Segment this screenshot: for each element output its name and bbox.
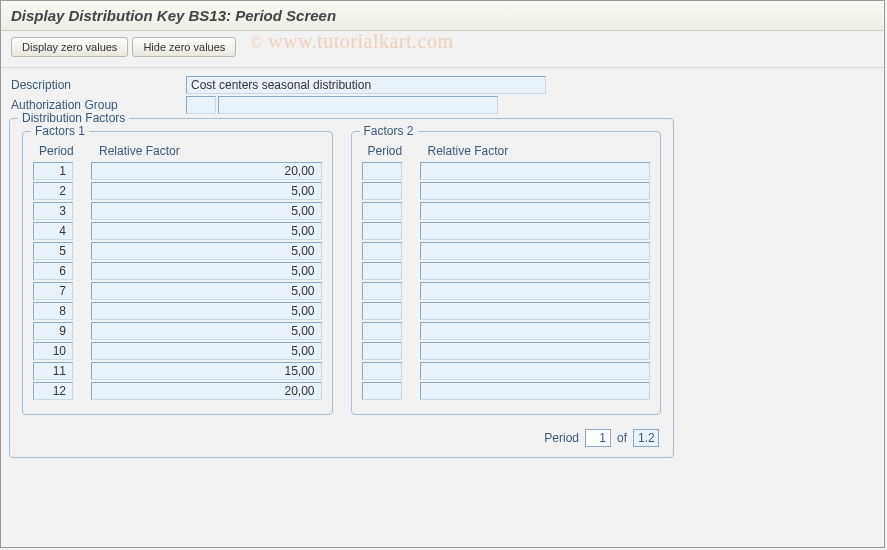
factors2-factor-cell[interactable] (420, 362, 651, 380)
factors2-period-cell[interactable] (362, 382, 402, 400)
factors1-factor-cell[interactable]: 15,00 (91, 362, 322, 380)
factors2-factor-cell[interactable] (420, 202, 651, 220)
factors2-row (362, 342, 651, 360)
description-label: Description (11, 78, 186, 92)
factors2-period-cell[interactable] (362, 342, 402, 360)
factors2-factor-cell[interactable] (420, 342, 651, 360)
factors2-row (362, 222, 651, 240)
factors2-period-cell[interactable] (362, 222, 402, 240)
factors1-row: 45,00 (33, 222, 322, 240)
toolbar: Display zero values Hide zero values (1, 31, 884, 68)
factors1-row: 105,00 (33, 342, 322, 360)
factors1-factor-cell[interactable]: 5,00 (91, 242, 322, 260)
auth-group-code-input[interactable] (186, 96, 216, 114)
factors2-col-factor: Relative Factor (422, 144, 651, 158)
window: Display Distribution Key BS13: Period Sc… (0, 0, 885, 548)
display-zero-button[interactable]: Display zero values (11, 37, 128, 57)
form-area: Description Cost centers seasonal distri… (1, 68, 884, 114)
factors2-period-cell[interactable] (362, 302, 402, 320)
factors2-period-cell[interactable] (362, 202, 402, 220)
factors1-row: 75,00 (33, 282, 322, 300)
factors1-period-cell[interactable]: 5 (33, 242, 73, 260)
factors1-factor-cell[interactable]: 5,00 (91, 222, 322, 240)
description-input[interactable]: Cost centers seasonal distribution (186, 76, 546, 94)
factors2-row (362, 382, 651, 400)
factors1-period-cell[interactable]: 8 (33, 302, 73, 320)
factors1-row: 120,00 (33, 162, 322, 180)
factors1-period-cell[interactable]: 6 (33, 262, 73, 280)
factors1-col-period: Period (33, 144, 93, 158)
factors1-row: 25,00 (33, 182, 322, 200)
factors2-factor-cell[interactable] (420, 262, 651, 280)
footer-period-label: Period (544, 431, 579, 445)
factors1-period-cell[interactable]: 4 (33, 222, 73, 240)
factors2-row (362, 262, 651, 280)
factors2-row (362, 282, 651, 300)
factors1-factor-cell[interactable]: 5,00 (91, 262, 322, 280)
factors1-period-cell[interactable]: 11 (33, 362, 73, 380)
factors2-row (362, 202, 651, 220)
distribution-factors-title: Distribution Factors (18, 111, 129, 125)
factors2-factor-cell[interactable] (420, 282, 651, 300)
factors1-row: 55,00 (33, 242, 322, 260)
factors2-period-cell[interactable] (362, 322, 402, 340)
page-title: Display Distribution Key BS13: Period Sc… (1, 1, 884, 31)
factors2-period-cell[interactable] (362, 282, 402, 300)
factors2-factor-cell[interactable] (420, 222, 651, 240)
factors2-col-period: Period (362, 144, 422, 158)
factors1-row: 1220,00 (33, 382, 322, 400)
factors1-period-cell[interactable]: 10 (33, 342, 73, 360)
factors2-factor-cell[interactable] (420, 302, 651, 320)
factors1-factor-cell[interactable]: 5,00 (91, 302, 322, 320)
factors2-factor-cell[interactable] (420, 382, 651, 400)
factors1-row: 1115,00 (33, 362, 322, 380)
factors1-factor-cell[interactable]: 20,00 (91, 382, 322, 400)
factors1-panel: Factors 1 Period Relative Factor 120,002… (22, 131, 333, 415)
factors1-period-cell[interactable]: 3 (33, 202, 73, 220)
footer-of-input: 1.2 (633, 429, 659, 447)
footer-of-label: of (617, 431, 627, 445)
factors2-row (362, 302, 651, 320)
factors1-factor-cell[interactable]: 5,00 (91, 322, 322, 340)
factors1-title: Factors 1 (31, 124, 89, 138)
factors1-factor-cell[interactable]: 5,00 (91, 182, 322, 200)
factors2-row (362, 322, 651, 340)
factors1-period-cell[interactable]: 9 (33, 322, 73, 340)
factors2-panel: Factors 2 Period Relative Factor (351, 131, 662, 415)
factors1-factor-cell[interactable]: 5,00 (91, 342, 322, 360)
period-footer: Period 1 of 1.2 (10, 423, 673, 457)
factors2-period-cell[interactable] (362, 182, 402, 200)
factors1-row: 35,00 (33, 202, 322, 220)
factors2-period-cell[interactable] (362, 262, 402, 280)
factors1-period-cell[interactable]: 12 (33, 382, 73, 400)
factors2-period-cell[interactable] (362, 242, 402, 260)
auth-group-label: Authorization Group (11, 98, 186, 112)
factors2-factor-cell[interactable] (420, 182, 651, 200)
factors2-factor-cell[interactable] (420, 242, 651, 260)
factors2-title: Factors 2 (360, 124, 418, 138)
factors2-factor-cell[interactable] (420, 162, 651, 180)
factors1-factor-cell[interactable]: 5,00 (91, 282, 322, 300)
footer-period-input[interactable]: 1 (585, 429, 611, 447)
factors1-period-cell[interactable]: 2 (33, 182, 73, 200)
hide-zero-button[interactable]: Hide zero values (132, 37, 236, 57)
factors1-period-cell[interactable]: 7 (33, 282, 73, 300)
factors2-period-cell[interactable] (362, 162, 402, 180)
factors1-row: 85,00 (33, 302, 322, 320)
factors2-row (362, 182, 651, 200)
factors1-factor-cell[interactable]: 5,00 (91, 202, 322, 220)
factors1-col-factor: Relative Factor (93, 144, 322, 158)
factors2-row (362, 362, 651, 380)
factors2-factor-cell[interactable] (420, 322, 651, 340)
factors1-period-cell[interactable]: 1 (33, 162, 73, 180)
factors1-factor-cell[interactable]: 20,00 (91, 162, 322, 180)
factors2-row (362, 162, 651, 180)
auth-group-text-input[interactable] (218, 96, 498, 114)
distribution-factors-group: Distribution Factors Factors 1 Period Re… (9, 118, 674, 458)
factors2-period-cell[interactable] (362, 362, 402, 380)
factors2-row (362, 242, 651, 260)
factors1-row: 95,00 (33, 322, 322, 340)
factors1-row: 65,00 (33, 262, 322, 280)
